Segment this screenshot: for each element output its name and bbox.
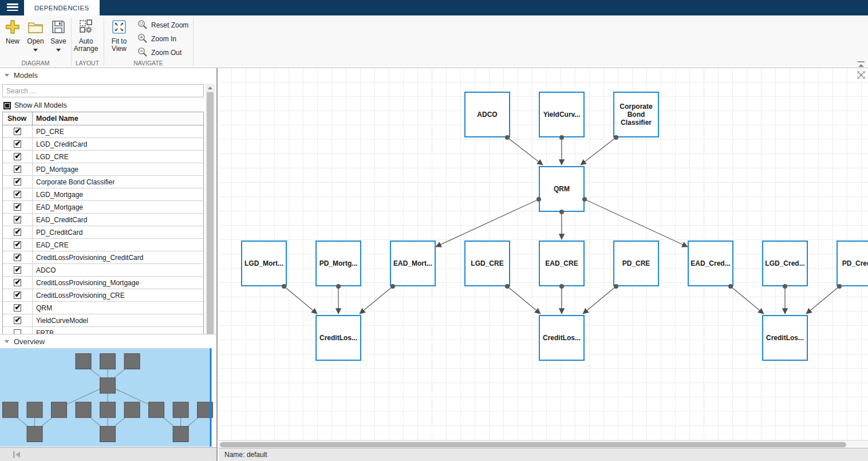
toolbar-separator [193,18,194,66]
diagram-canvas[interactable]: ADCOYieldCurv...Corporate Bond Classifie… [219,68,868,440]
diagram-node-ead_mort[interactable]: EAD_Mort... [390,241,436,286]
model-name-cell: CreditLossProvisioning_Mortgage [33,277,203,289]
row-checkbox[interactable] [14,317,21,324]
edge-lgd_cre-to-cl_cre [507,286,540,314]
tab-dependencies[interactable]: DEPENDENCIES [24,0,100,15]
diagram-node-pd_cre[interactable]: PD_CRE [613,241,659,286]
node-label: EAD_Mort... [393,259,432,267]
row-checkbox[interactable] [14,153,21,160]
collapse-panel-icon[interactable] [13,451,22,459]
overview-section-header[interactable]: Overview [0,334,216,348]
row-checkbox[interactable] [14,191,21,198]
group-label-navigate: NAVIGATE [104,60,193,68]
row-checkbox[interactable] [14,228,21,236]
table-row[interactable]: LGD_Mortgage [3,188,203,201]
node-label: LGD_Cred... [765,259,804,267]
models-scrollbar-thumb[interactable] [207,92,214,344]
row-checkbox[interactable] [14,140,21,148]
search-input[interactable] [2,84,204,97]
row-checkbox[interactable] [14,279,21,286]
new-button[interactable]: New [1,19,24,45]
table-row[interactable]: PD_CRE [3,125,203,138]
row-checkbox[interactable] [14,241,21,249]
collapse-overview-icon [5,340,9,343]
row-checkbox[interactable] [14,291,21,299]
models-scrollbar[interactable] [206,84,215,377]
open-dropdown-caret-icon[interactable] [33,49,38,52]
row-checkbox[interactable] [14,166,21,173]
table-row[interactable]: LGD_CreditCard [3,138,203,151]
diagram-node-ead_cre[interactable]: EAD_CRE [539,241,585,286]
show-all-checkbox[interactable] [3,102,11,109]
diagram-node-lgd_mort[interactable]: LGD_Mort... [241,241,287,286]
show-all-models-row[interactable]: Show All Models [3,100,67,111]
canvas-hscrollbar[interactable] [219,440,868,448]
save-button[interactable]: Save [47,19,70,53]
table-row[interactable]: EAD_Mortgage [3,201,203,214]
row-checkbox[interactable] [14,203,21,211]
row-checkbox[interactable] [14,178,21,186]
model-name-cell: LGD_CreditCard [33,138,203,150]
table-row[interactable]: EAD_CRE [3,239,203,251]
minimap-node-ead_cred [149,402,164,417]
table-row[interactable]: CreditLossProvisioning_CRE [3,289,203,302]
column-model-name: Model Name [33,112,203,125]
table-row[interactable]: CreditLossProvisioning_CreditCard [3,251,203,264]
open-button[interactable]: Open [24,19,47,53]
table-row[interactable]: ADCO [3,264,203,277]
table-row[interactable]: Corporate Bond Classifier [3,176,203,188]
canvas-hscrollbar-thumb[interactable] [220,442,846,447]
show-cell [3,201,33,213]
diagram-node-cl_cre[interactable]: CreditLos... [539,315,585,361]
diagram-node-adco[interactable]: ADCO [464,92,510,137]
model-name-cell: PD_CreditCard [33,226,203,238]
diagram-node-lgd_cred[interactable]: LGD_Cred... [762,241,808,286]
zoom-out-button[interactable]: Zoom Out [137,46,182,59]
canvas-expand-icon[interactable] [855,69,867,81]
show-cell [3,214,33,226]
table-row[interactable]: PD_Mortgage [3,163,203,176]
row-checkbox[interactable] [14,254,21,261]
table-row[interactable]: QRM [3,302,203,314]
save-dropdown-caret-icon[interactable] [56,49,61,52]
row-checkbox[interactable] [14,128,21,135]
reset-zoom-button[interactable]: Reset Zoom [137,19,188,31]
minimap-node-adco [76,353,91,369]
diagram-node-ead_cred[interactable]: EAD_Cred... [688,241,733,286]
node-label: ADCO [477,111,497,119]
overview-minimap[interactable] [0,348,216,447]
arrange-icon [78,19,94,35]
table-row[interactable]: YieldCurveModel [3,314,203,327]
diagram-node-cl_mortgage[interactable]: CreditLos... [315,315,361,361]
hamburger-menu-icon[interactable] [7,3,18,12]
diagram-node-pd_cred[interactable]: PD_Cred... [837,241,868,286]
zoom-in-button[interactable]: Zoom In [137,33,176,45]
models-title: Models [14,71,38,80]
node-label: PD_Mortg... [319,259,358,267]
diagram-node-yieldcurve[interactable]: YieldCurv... [539,92,585,137]
table-row[interactable]: LGD_CRE [3,151,203,163]
auto-arrange-button[interactable]: Auto Arrange [73,19,99,53]
table-row[interactable]: PD_CreditCard [3,226,203,239]
fit-to-view-button[interactable]: Fit to View [106,19,132,53]
row-checkbox[interactable] [14,266,21,274]
diagram-node-cbc[interactable]: Corporate Bond Classifier [613,92,659,137]
diagram-node-pd_mortg[interactable]: PD_Mortg... [315,241,361,286]
model-name-cell: YieldCurveModel [33,314,203,326]
panel-bottom-bar [0,447,216,461]
table-row[interactable]: EAD_CreditCard [3,214,203,226]
show-cell [3,226,33,238]
scroll-up-icon[interactable] [206,84,215,92]
models-section-header[interactable]: Models [0,68,216,82]
tab-label: DEPENDENCIES [34,5,89,11]
diagram-node-qrm[interactable]: QRM [539,166,585,212]
show-cell [3,251,33,263]
diagram-node-cl_cc[interactable]: CreditLos... [762,315,808,361]
model-name-cell: EAD_Mortgage [33,201,203,213]
table-row[interactable]: CreditLossProvisioning_Mortgage [3,277,203,289]
row-checkbox[interactable] [14,216,21,223]
collapse-toolstrip-icon[interactable] [857,60,866,67]
row-checkbox[interactable] [14,304,21,312]
minimap-node-pd_mortg [27,402,42,417]
diagram-node-lgd_cre[interactable]: LGD_CRE [464,241,510,286]
